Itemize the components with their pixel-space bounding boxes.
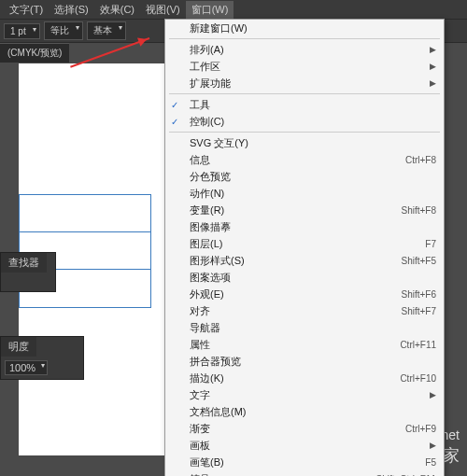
menu-item[interactable]: 文字▶ bbox=[165, 386, 444, 403]
menu-item-label: 信息 bbox=[190, 153, 210, 167]
menu-item[interactable]: 图形样式(S)Shift+F5 bbox=[165, 252, 444, 269]
menu-item[interactable]: 画笔(B)F5 bbox=[165, 454, 444, 470]
menu-item-label: 分色预览 bbox=[190, 170, 231, 184]
menu-item-label: 文字 bbox=[190, 388, 210, 402]
menu-item[interactable]: 外观(E)Shift+F6 bbox=[165, 286, 444, 302]
menu-item-label: 画笔(B) bbox=[190, 455, 224, 469]
menu-item-label: 图像描摹 bbox=[190, 220, 231, 234]
menu-item-label: 图案选项 bbox=[190, 271, 231, 285]
menu-item-label: 对齐 bbox=[190, 304, 210, 318]
submenu-arrow-icon: ▶ bbox=[430, 45, 436, 54]
menu-item-label: 工具 bbox=[190, 98, 210, 112]
menu-item[interactable]: 排列(A)▶ bbox=[165, 41, 444, 58]
menu-item-label: 拼合器预览 bbox=[190, 355, 241, 369]
menu-item[interactable]: 视图(V) bbox=[140, 1, 186, 19]
menu-item[interactable]: 描边(K)Ctrl+F10 bbox=[165, 370, 444, 386]
menu-item[interactable]: 工作区▶ bbox=[165, 58, 444, 75]
menu-item[interactable]: 属性Ctrl+F11 bbox=[165, 336, 444, 353]
menu-item[interactable]: 窗口(W) bbox=[186, 1, 234, 19]
check-icon: ✓ bbox=[171, 117, 178, 127]
menu-item-label: 扩展功能 bbox=[190, 77, 231, 91]
menu-item-label: 动作(N) bbox=[190, 187, 224, 201]
menu-item-label: 导航器 bbox=[190, 321, 220, 335]
menu-item[interactable]: 扩展功能▶ bbox=[165, 75, 444, 91]
shortcut-label: Ctrl+F9 bbox=[405, 424, 436, 434]
submenu-arrow-icon: ▶ bbox=[430, 390, 436, 399]
menu-item[interactable]: 对齐Shift+F7 bbox=[165, 302, 444, 319]
menu-item[interactable]: 新建窗口(W) bbox=[165, 20, 444, 36]
pathfinder-panel[interactable]: 查找器 bbox=[0, 252, 56, 292]
menu-item-label: 排列(A) bbox=[190, 43, 224, 57]
shortcut-label: F5 bbox=[425, 457, 436, 468]
shortcut-label: F7 bbox=[425, 239, 436, 249]
menu-item-label: SVG 交互(Y) bbox=[190, 136, 248, 150]
menu-item[interactable]: 画板▶ bbox=[165, 437, 444, 454]
menu-item-label: 渐变 bbox=[190, 422, 210, 436]
menu-item-label: 文档信息(M) bbox=[190, 405, 247, 419]
menu-item[interactable]: 选择(S) bbox=[49, 1, 94, 19]
check-icon: ✓ bbox=[171, 100, 178, 110]
menu-item-label: 符号 bbox=[190, 472, 210, 477]
menu-item[interactable]: 图层(L)F7 bbox=[165, 235, 444, 252]
menu-item[interactable]: 文字(T) bbox=[4, 1, 49, 19]
opacity-panel[interactable]: 明度 100% bbox=[0, 336, 84, 380]
profile-dropdown[interactable]: 基本 bbox=[87, 21, 126, 40]
menu-item[interactable]: 渐变Ctrl+F9 bbox=[165, 420, 444, 437]
menu-item-label: 工作区 bbox=[190, 60, 220, 74]
menu-item[interactable]: 文档信息(M) bbox=[165, 403, 444, 420]
menu-item[interactable]: 拼合器预览 bbox=[165, 353, 444, 370]
menu-item[interactable]: SVG 交互(Y) bbox=[165, 134, 444, 151]
shortcut-label: Shift+F6 bbox=[401, 289, 436, 300]
menu-item[interactable]: 符号Shift+Ctrl+F11 bbox=[165, 470, 444, 476]
panel-body: 100% bbox=[1, 357, 83, 379]
panel-tab[interactable]: 明度 bbox=[1, 337, 36, 357]
window-menu-dropdown: 新建窗口(W)排列(A)▶工作区▶扩展功能▶✓工具✓控制(C)SVG 交互(Y)… bbox=[164, 19, 445, 476]
shortcut-label: Shift+F8 bbox=[401, 205, 436, 216]
shortcut-label: Shift+F7 bbox=[401, 306, 436, 316]
shortcut-label: Shift+F5 bbox=[401, 256, 436, 266]
document-tab-label: (CMYK/预览) bbox=[0, 43, 69, 63]
menu-item[interactable]: ✓控制(C) bbox=[165, 113, 444, 130]
shortcut-label: Ctrl+F11 bbox=[400, 340, 436, 350]
menu-item[interactable]: 图案选项 bbox=[165, 269, 444, 286]
menu-item-label: 画板 bbox=[190, 439, 210, 453]
menu-item-label: 描边(K) bbox=[190, 371, 224, 385]
scale-dropdown[interactable]: 等比 bbox=[44, 21, 83, 40]
opacity-value-dropdown[interactable]: 100% bbox=[5, 360, 48, 375]
menu-item-label: 控制(C) bbox=[190, 115, 224, 129]
menu-item[interactable]: 效果(C) bbox=[94, 1, 140, 19]
menu-item-label: 图层(L) bbox=[190, 237, 222, 251]
menu-item-label: 外观(E) bbox=[190, 287, 224, 301]
menu-separator bbox=[169, 93, 440, 94]
menu-item-label: 新建窗口(W) bbox=[190, 21, 248, 35]
menu-item[interactable]: 导航器 bbox=[165, 319, 444, 336]
panel-body bbox=[1, 273, 55, 291]
submenu-arrow-icon: ▶ bbox=[430, 62, 436, 71]
submenu-arrow-icon: ▶ bbox=[430, 78, 436, 88]
panel-tab[interactable]: 查找器 bbox=[1, 253, 47, 273]
menu-bar: 文字(T)选择(S)效果(C)视图(V)窗口(W) bbox=[0, 0, 467, 19]
menu-item[interactable]: 图像描摹 bbox=[165, 218, 444, 235]
menu-separator bbox=[169, 132, 440, 133]
stroke-weight-dropdown[interactable]: 1 pt bbox=[4, 23, 40, 39]
menu-item[interactable]: ✓工具 bbox=[165, 96, 444, 113]
menu-item[interactable]: 变量(R)Shift+F8 bbox=[165, 202, 444, 218]
rect-shape[interactable] bbox=[20, 195, 150, 232]
menu-item-label: 图形样式(S) bbox=[190, 254, 245, 268]
menu-item-label: 变量(R) bbox=[190, 203, 224, 217]
menu-item[interactable]: 信息Ctrl+F8 bbox=[165, 151, 444, 168]
menu-item[interactable]: 动作(N) bbox=[165, 185, 444, 202]
menu-item[interactable]: 分色预览 bbox=[165, 168, 444, 185]
menu-separator bbox=[169, 38, 440, 39]
menu-item-label: 属性 bbox=[190, 338, 210, 352]
submenu-arrow-icon: ▶ bbox=[430, 441, 436, 450]
shortcut-label: Ctrl+F10 bbox=[400, 373, 436, 384]
shortcut-label: Ctrl+F8 bbox=[405, 155, 436, 165]
